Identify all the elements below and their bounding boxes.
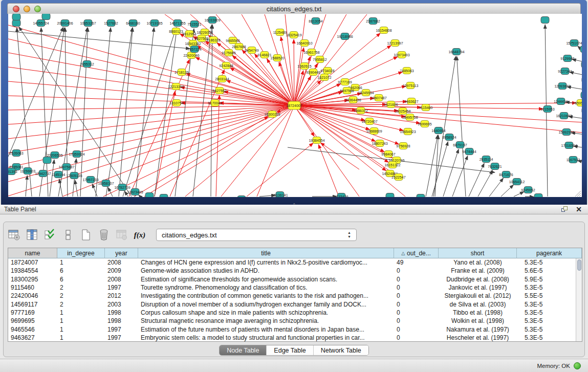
citation-edge-black[interactable] [139, 195, 140, 196]
citation-edge-black[interactable] [96, 28, 111, 196]
cell-name[interactable]: 9115460 [8, 283, 57, 292]
citation-edge-red[interactable] [294, 39, 294, 105]
table-row[interactable]: 911546021997Tourette syndrome. Phenomeno… [8, 283, 576, 292]
citation-edge-black[interactable] [50, 160, 54, 196]
cell-pagerank[interactable]: 5.3E-5 [517, 258, 576, 267]
citing-node[interactable] [160, 194, 168, 198]
cell-year[interactable]: 1997 [105, 334, 138, 341]
cell-out_degree[interactable]: 0 [394, 334, 439, 341]
cell-name[interactable]: 9777169 [8, 309, 57, 317]
citation-edge-red[interactable] [294, 14, 367, 105]
cell-name[interactable]: 18724007 [8, 258, 57, 267]
scrollbar-thumb[interactable] [577, 259, 581, 271]
cell-title[interactable]: Genome-wide association studies in ADHD. [138, 267, 394, 275]
citing-node[interactable] [417, 194, 425, 198]
citing-node[interactable] [580, 46, 582, 53]
cell-short[interactable]: Yano et al. (2008) [439, 258, 517, 267]
tab-edge-table[interactable]: Edge Table [267, 345, 313, 355]
citation-edge-red[interactable] [129, 59, 189, 196]
column-header-name[interactable]: name [8, 248, 57, 258]
cell-out_degree[interactable]: 0 [394, 275, 439, 283]
citation-edge-red[interactable] [294, 71, 303, 105]
cell-in_degree[interactable]: 6 [57, 275, 105, 283]
cell-pagerank[interactable]: 5.9E-5 [517, 275, 576, 283]
cell-title[interactable]: Investigating the contribution of common… [138, 292, 394, 300]
cell-title[interactable]: Corpus callosum shape and size in male p… [138, 309, 394, 317]
cell-name[interactable]: 9463627 [8, 334, 57, 341]
cell-out_degree[interactable]: 0 [394, 325, 439, 333]
citing-node[interactable] [386, 193, 394, 198]
citing-node[interactable] [581, 61, 582, 68]
cell-year[interactable]: 1997 [105, 283, 138, 292]
citation-edge-black[interactable] [443, 149, 459, 196]
citation-edge-red[interactable] [230, 68, 294, 105]
cell-title[interactable]: Changes of HCN gene expression and I(f) … [138, 258, 394, 267]
citing-node[interactable] [145, 193, 154, 198]
column-header-title[interactable]: title [138, 248, 394, 258]
citation-edge-black[interactable] [155, 28, 177, 196]
cell-short[interactable]: Dudbridge et al. (2008) [439, 275, 517, 283]
citation-edge-black[interactable] [75, 180, 78, 196]
cell-pagerank[interactable]: 5.3E-5 [517, 309, 576, 317]
cell-short[interactable]: Nakamura et al. (1997) [439, 325, 517, 333]
cell-name[interactable]: 9465546 [8, 325, 57, 333]
network-window-titlebar[interactable]: citations_edges.txt [7, 3, 581, 14]
citation-edge-red[interactable] [8, 67, 294, 105]
table-selector-dropdown[interactable]: citations_edges.txt ▲▼ [156, 229, 357, 241]
citation-edge-red[interactable] [294, 84, 341, 105]
citation-edge-red[interactable] [257, 105, 294, 196]
citation-edge-red[interactable] [247, 143, 313, 196]
citing-node[interactable] [581, 92, 582, 99]
citation-edge-black[interactable] [478, 170, 493, 196]
column-header-year[interactable]: year [105, 248, 138, 258]
cell-short[interactable]: Hescheler et al. (1997) [439, 334, 517, 341]
citation-edge-black[interactable] [65, 28, 68, 196]
cell-title[interactable]: Tourette syndrome. Phenomenology and cla… [138, 283, 394, 292]
citation-edge-red[interactable] [294, 14, 306, 105]
citation-edge-red[interactable] [8, 105, 294, 196]
column-header-out_de[interactable]: △out_de... [394, 248, 439, 258]
citation-edge-black[interactable] [426, 135, 438, 196]
cell-in_degree[interactable]: 1 [57, 334, 105, 341]
function-builder-button[interactable]: f(x) [133, 228, 146, 242]
cell-year[interactable]: 1998 [105, 317, 138, 325]
cell-pagerank[interactable]: 5.5E-5 [517, 292, 576, 300]
cell-pagerank[interactable]: 5.3E-5 [517, 300, 576, 308]
cell-short[interactable]: Stergiakouli et al. (2012) [439, 292, 517, 300]
cell-out_degree[interactable]: 0 [394, 317, 439, 325]
cell-title[interactable]: Estimation of significance thresholds fo… [138, 275, 394, 283]
cell-in_degree[interactable]: 2 [57, 292, 105, 300]
cell-year[interactable]: 2008 [105, 258, 138, 267]
table-row[interactable]: 969969511998Structural magnetic resonanc… [8, 317, 576, 325]
table-panel-titlebar[interactable]: Table Panel ⌃ ✕ [0, 205, 588, 214]
citation-edge-red[interactable] [294, 105, 582, 122]
citation-edge-black[interactable] [106, 28, 133, 196]
column-header-in_degree[interactable]: in_degree [57, 248, 105, 258]
cell-year[interactable]: 1998 [105, 309, 138, 317]
network-graph-canvas[interactable]: 1872400718300295886012389129541822605898… [8, 14, 582, 197]
citing-node[interactable] [534, 194, 542, 198]
cell-year[interactable]: 2008 [105, 275, 138, 283]
cell-out_degree[interactable]: 0 [394, 309, 439, 317]
cell-title[interactable]: Structural magnetic resonance image aver… [138, 317, 394, 325]
cell-year[interactable]: 1997 [105, 325, 138, 333]
table-settings-button[interactable] [8, 228, 21, 242]
cell-short[interactable]: de Silva et al. (2003) [439, 300, 517, 308]
table-row[interactable]: 1456911722003Disruption of a novel membe… [8, 300, 576, 308]
table-row[interactable]: 946362711997Embryonic stem cells: a mode… [8, 334, 576, 341]
citation-edge-red[interactable] [155, 91, 175, 196]
column-header-short[interactable]: short [439, 248, 517, 258]
cell-title[interactable]: Estimation of the future numbers of pati… [138, 325, 394, 333]
cell-name[interactable]: 9699695 [8, 317, 57, 325]
table-row[interactable]: 946554611997Estimation of the future num… [8, 325, 576, 333]
cell-out_degree[interactable]: 0 [394, 283, 439, 292]
citation-edge-black[interactable] [135, 28, 154, 196]
new-table-button[interactable] [79, 228, 93, 242]
cell-name[interactable]: 18300295 [8, 275, 57, 283]
tab-network-table[interactable]: Network Table [314, 345, 368, 355]
table-row[interactable]: 1938455462009Genome-wide association stu… [8, 267, 576, 275]
cell-short[interactable]: Franke et al. (2009) [439, 267, 517, 275]
citation-edge-red[interactable] [181, 87, 294, 105]
cell-in_degree[interactable]: 2 [57, 300, 105, 308]
citing-node[interactable] [12, 20, 20, 27]
